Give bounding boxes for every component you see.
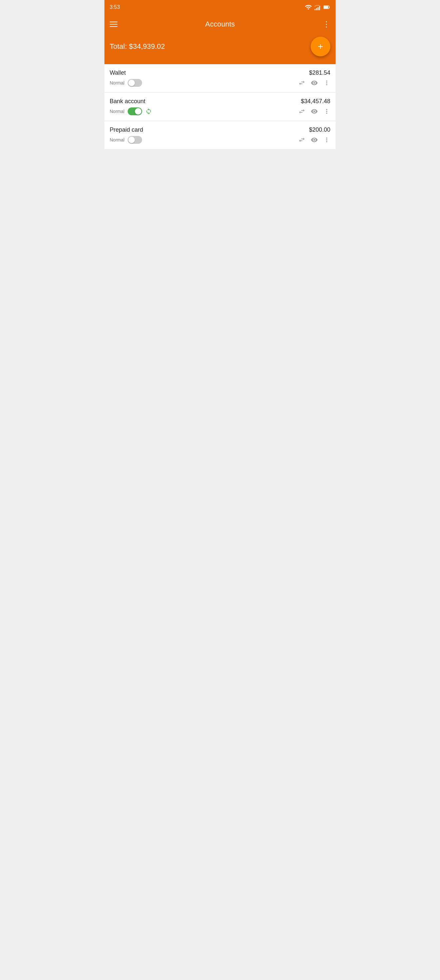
total-amount: Total: $34,939.02 (110, 42, 165, 51)
account-toggle[interactable] (128, 107, 142, 115)
svg-rect-2 (318, 7, 319, 10)
account-amount: $281.54 (309, 70, 330, 76)
account-top-row: Prepaid card $200.00 (110, 126, 330, 133)
account-card-prepaid-card: Prepaid card $200.00 Normal (105, 121, 335, 149)
transfer-icon[interactable] (298, 79, 305, 86)
account-card-wallet: Wallet $281.54 Normal (105, 64, 335, 92)
account-left: Normal (110, 79, 142, 87)
account-type: Normal (110, 137, 124, 143)
account-bottom-row: Normal (110, 136, 330, 144)
account-card-bank-account: Bank account $34,457.48 Normal (105, 93, 335, 121)
account-bottom-row: Normal (110, 107, 330, 115)
account-left: Normal (110, 136, 142, 144)
menu-icon[interactable] (110, 22, 118, 27)
more-options-icon[interactable] (323, 136, 330, 143)
account-left: Normal (110, 107, 152, 115)
account-toggle[interactable] (128, 79, 142, 87)
status-icons (305, 3, 330, 11)
accounts-list: Wallet $281.54 Normal (105, 64, 335, 149)
status-bar: 3:53 (105, 0, 335, 14)
account-top-row: Bank account $34,457.48 (110, 98, 330, 105)
account-type: Normal (110, 109, 124, 114)
toggle-knob (135, 108, 141, 115)
more-options-icon[interactable]: ⋮ (322, 20, 330, 29)
header-section: Total: $34,939.02 + (105, 34, 335, 64)
visibility-icon[interactable] (311, 108, 318, 115)
svg-rect-3 (319, 6, 320, 10)
account-actions (298, 79, 330, 86)
empty-area (105, 150, 335, 346)
account-toggle[interactable] (128, 136, 142, 144)
transfer-icon[interactable] (298, 108, 305, 115)
signal-icon (314, 3, 321, 11)
transfer-icon[interactable] (298, 136, 305, 143)
svg-rect-6 (329, 6, 330, 8)
account-name: Bank account (110, 98, 145, 105)
add-icon: + (318, 41, 323, 52)
account-name: Prepaid card (110, 126, 143, 133)
page-title: Accounts (205, 20, 235, 29)
account-top-row: Wallet $281.54 (110, 70, 330, 76)
toggle-knob (128, 137, 135, 143)
more-options-icon[interactable] (323, 79, 330, 86)
svg-rect-1 (316, 8, 317, 10)
sync-active-icon (145, 108, 152, 115)
account-amount: $200.00 (309, 126, 330, 133)
status-time: 3:53 (110, 4, 120, 10)
account-name: Wallet (110, 70, 126, 76)
account-amount: $34,457.48 (301, 98, 330, 105)
toggle-knob (128, 80, 135, 86)
account-bottom-row: Normal (110, 79, 330, 87)
svg-rect-0 (315, 9, 316, 11)
visibility-icon[interactable] (311, 136, 318, 143)
toolbar: Accounts ⋮ (105, 14, 335, 34)
account-type: Normal (110, 80, 124, 86)
add-account-button[interactable]: + (311, 37, 330, 56)
svg-rect-5 (324, 6, 328, 8)
more-options-icon[interactable] (323, 108, 330, 115)
visibility-icon[interactable] (311, 79, 318, 86)
account-actions (298, 136, 330, 143)
battery-icon (323, 3, 330, 11)
account-actions (298, 108, 330, 115)
wifi-icon (305, 3, 312, 11)
